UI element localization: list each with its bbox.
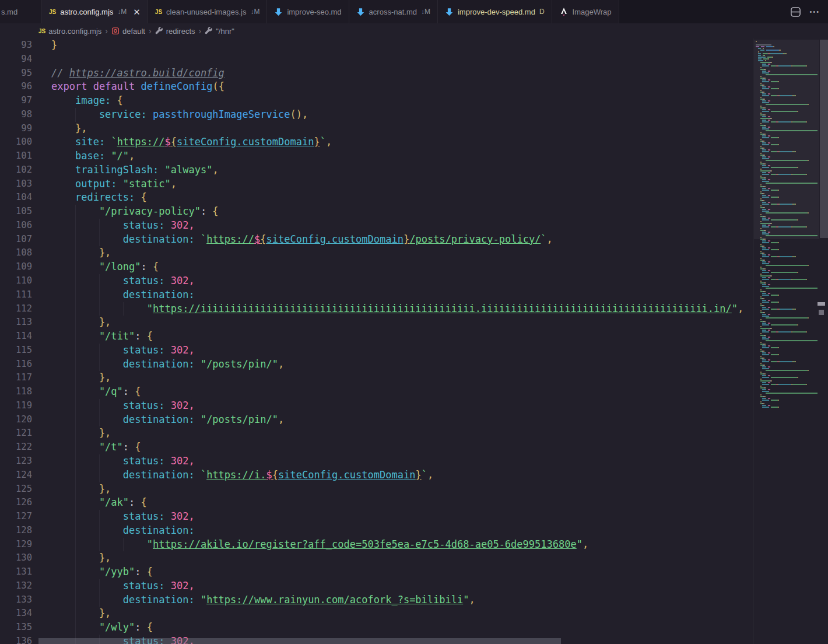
- indent-guide: [75, 385, 76, 399]
- code-line: 101 base: "/",: [0, 149, 753, 163]
- code-editor[interactable]: 93}9495// https://astro.build/config96ex…: [0, 38, 753, 644]
- indent-guide: [99, 288, 100, 302]
- line-number: 112: [0, 302, 32, 316]
- tab-label: s.md: [1, 8, 17, 16]
- indent-guide: [99, 524, 100, 538]
- breadcrumb-item---hnr-[interactable]: "/hnr": [205, 27, 234, 36]
- code-line: 132 status: 302,: [0, 579, 753, 593]
- indent-guide: [75, 316, 76, 330]
- indent-guide: [99, 219, 100, 233]
- code-line: 131 "/yyb": {: [0, 565, 753, 579]
- indent-guide: [75, 426, 76, 440]
- line-number: 134: [0, 607, 32, 621]
- code-line: 106 status: 302,: [0, 219, 753, 233]
- code-line: 93}: [0, 38, 753, 52]
- breadcrumb: JSastro.config.mjs›default›redirects›"/h…: [0, 23, 828, 38]
- indent-guide: [75, 371, 76, 385]
- code-line: 117 },: [0, 371, 753, 385]
- indent-guide: [99, 468, 100, 482]
- line-number: 102: [0, 163, 32, 177]
- line-number: 96: [0, 80, 32, 94]
- close-icon[interactable]: ✕: [133, 8, 141, 16]
- tab-bar: s.mdJSastro.config.mjs↓M✕JSclean-unused-…: [0, 0, 828, 23]
- tab-astro.config.mjs[interactable]: JSastro.config.mjs↓M✕: [42, 0, 148, 23]
- code-line: 129 "https://akile.io/register?aff_code=…: [0, 538, 753, 552]
- code-line: 124 destination: `https://i.${siteConfig…: [0, 468, 753, 482]
- code-line: 128 destination:: [0, 524, 753, 538]
- tab-across-nat.md[interactable]: across-nat.md↓M: [349, 0, 438, 23]
- tab-badge: D: [539, 8, 545, 16]
- tab-improve-seo.md[interactable]: improve-seo.md: [267, 0, 349, 23]
- code-line: 121 },: [0, 426, 753, 440]
- line-number: 119: [0, 399, 32, 413]
- indent-guide: [75, 621, 76, 635]
- indent-guide: [75, 607, 76, 621]
- code-line: 120 destination: "/posts/pin/",: [0, 413, 753, 427]
- indent-guide: [75, 538, 76, 552]
- symbol-object-icon: [111, 27, 120, 35]
- markdown-file-icon: [274, 8, 283, 16]
- breadcrumb-item-astro.config.mjs[interactable]: JSastro.config.mjs: [38, 27, 101, 36]
- line-number: 131: [0, 565, 32, 579]
- breadcrumb-label: "/hnr": [216, 27, 234, 36]
- horizontal-scrollbar-thumb[interactable]: [38, 638, 561, 644]
- js-file-icon: JS: [155, 9, 162, 15]
- indent-guide: [99, 454, 100, 468]
- minimap-slider[interactable]: [754, 40, 819, 239]
- line-number: 99: [0, 122, 32, 136]
- indent-guide: [99, 593, 100, 607]
- js-file-icon: JS: [49, 9, 56, 15]
- tab-label: improve-dev-speed.md: [458, 8, 535, 16]
- indent-guide: [75, 468, 76, 482]
- overview-ruler-mark: [819, 310, 824, 315]
- tab-clean-unused-images.js[interactable]: JSclean-unused-images.js↓M: [148, 0, 268, 23]
- indent-guide: [123, 302, 124, 316]
- code-line: 127 status: 302,: [0, 510, 753, 524]
- code-line: 113 },: [0, 316, 753, 330]
- minimap[interactable]: [753, 38, 819, 644]
- indent-guide: [99, 538, 100, 552]
- breadcrumb-item-default[interactable]: default: [111, 27, 145, 36]
- indent-guide: [99, 233, 100, 247]
- indent-guide: [75, 219, 76, 233]
- code-line: 112 "https://iiiiiiiiiiiiiiiiiiiiiiiiiii…: [0, 302, 753, 316]
- tab-imagewrap[interactable]: ImageWrap: [552, 0, 619, 23]
- tab-label: improve-seo.md: [287, 8, 341, 16]
- tab-improve-dev-speed.md[interactable]: improve-dev-speed.mdD: [438, 0, 552, 23]
- code-line: 114 "/tit": {: [0, 330, 753, 344]
- tab-badge: ↓M: [421, 8, 430, 16]
- indent-guide: [75, 344, 76, 358]
- code-line: 122 "/t": {: [0, 440, 753, 454]
- overview-ruler-mark: [818, 302, 825, 306]
- more-actions-icon[interactable]: •••: [809, 8, 820, 15]
- indent-guide: [75, 358, 76, 372]
- code-line: 116 destination: "/posts/pin/",: [0, 358, 753, 372]
- tab-s.md[interactable]: s.md: [0, 0, 42, 23]
- line-number: 93: [0, 38, 32, 52]
- breadcrumb-item-redirects[interactable]: redirects: [155, 27, 195, 36]
- markdown-file-icon: [356, 8, 365, 16]
- breadcrumb-label: astro.config.mjs: [48, 27, 101, 36]
- line-number: 95: [0, 66, 32, 80]
- chevron-right-icon: ›: [199, 26, 202, 36]
- indent-guide: [99, 344, 100, 358]
- breadcrumb-label: default: [122, 27, 145, 36]
- line-number: 111: [0, 288, 32, 302]
- indent-guide: [75, 260, 76, 274]
- code-line: 103 output: "static",: [0, 177, 753, 191]
- tab-label: clean-unused-images.js: [166, 8, 246, 16]
- line-number: 133: [0, 593, 32, 607]
- wrench-icon: [155, 27, 163, 35]
- indent-guide: [75, 330, 76, 344]
- indent-guide: [99, 358, 100, 372]
- code-line: 130 },: [0, 551, 753, 565]
- indent-guide: [75, 246, 76, 260]
- wrench-icon: [205, 27, 213, 35]
- code-line: 133 destination: "https://www.rainyun.co…: [0, 593, 753, 607]
- indent-guide: [99, 274, 100, 288]
- code-line: 111 destination:: [0, 288, 753, 302]
- line-number: 106: [0, 219, 32, 233]
- split-editor-icon[interactable]: [790, 6, 801, 18]
- vertical-scrollbar-thumb[interactable]: [820, 40, 828, 238]
- line-number: 121: [0, 426, 32, 440]
